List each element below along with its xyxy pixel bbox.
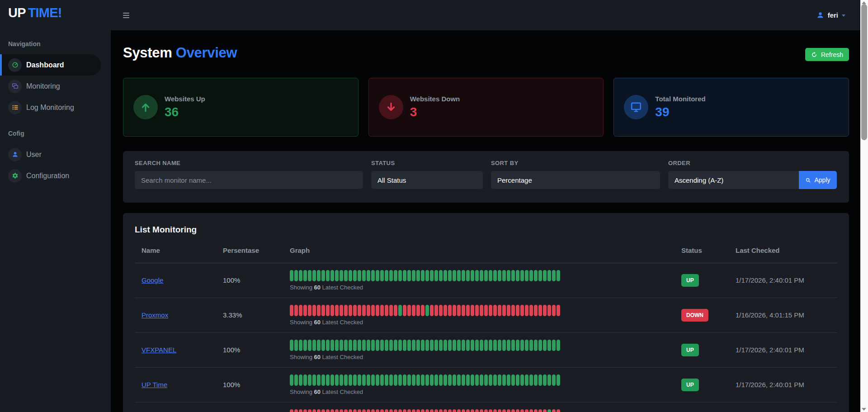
graph-bar — [389, 374, 393, 386]
last-checked: 1/17/2026, 2:40:01 PM — [736, 381, 804, 388]
graph-bar — [520, 270, 524, 281]
sidebar-item-log-monitoring[interactable]: Log Monitoring — [0, 97, 101, 118]
graph-bar — [303, 374, 307, 386]
scrollbar-down-arrow[interactable] — [862, 408, 866, 411]
monitor-name-link[interactable]: Proxmox — [142, 311, 168, 319]
table-row: VFXPANEL100%Showing 60 Latest CheckedUP1… — [135, 333, 837, 368]
graph-bar — [317, 340, 321, 351]
graph-bar — [525, 270, 528, 281]
brand-logo[interactable]: UPTIME! — [0, 0, 111, 20]
graph-bar — [534, 270, 538, 281]
graph-bar — [367, 270, 370, 281]
sidebar-item-configuration[interactable]: Configuration — [0, 165, 101, 186]
refresh-button[interactable]: Refresh — [805, 48, 849, 61]
graph-bar — [312, 340, 316, 351]
graph-bar — [520, 340, 524, 351]
refresh-icon — [811, 52, 817, 58]
sidebar: UPTIME! NavigationDashboardMonitoringLog… — [0, 0, 111, 412]
graph-bar — [511, 340, 515, 351]
graph-bar — [439, 270, 443, 281]
monitor-name-link[interactable]: VFXPANEL — [142, 346, 176, 354]
filter-status-group: STATUS All Status — [371, 160, 483, 194]
graph-bar — [362, 270, 366, 281]
graph-bar — [457, 340, 461, 351]
graph-bar — [507, 270, 510, 281]
graph-bar — [290, 340, 293, 351]
sort-select[interactable]: Percentage — [491, 171, 660, 189]
graph-bar — [349, 305, 352, 316]
order-select[interactable]: Ascending (A-Z) — [668, 171, 799, 189]
sidebar-item-user[interactable]: User — [0, 144, 101, 165]
graph-bar — [462, 270, 465, 281]
graph-bar — [430, 305, 434, 316]
graph-bar — [475, 409, 479, 412]
graph-bar — [498, 409, 501, 412]
graph-bar — [552, 270, 556, 281]
graph-bar — [448, 270, 452, 281]
table-row: Google100%Showing 60 Latest CheckedUP1/1… — [135, 263, 837, 298]
graph-bar — [299, 340, 302, 351]
graph-bar — [448, 374, 452, 386]
graph-bar — [529, 409, 533, 412]
sidebar-item-dashboard[interactable]: Dashboard — [0, 54, 101, 76]
graph-bar — [484, 340, 488, 351]
graph-bar — [457, 409, 461, 412]
stat-card-websites-down: Websites Down3 — [368, 78, 604, 137]
page-title-accent: Overview — [176, 45, 237, 61]
last-checked: 1/17/2026, 2:40:01 PM — [736, 346, 804, 354]
graph-bar — [380, 340, 384, 351]
graph-bar — [466, 305, 470, 316]
graph-bar — [358, 340, 361, 351]
status-select[interactable]: All Status — [371, 171, 483, 189]
monitor-name-link[interactable]: UP Time — [142, 381, 167, 388]
monitor-name-link[interactable]: Google — [142, 276, 163, 284]
graph-bar — [335, 374, 339, 386]
graph-bar — [516, 374, 519, 386]
user-menu[interactable]: feri — [816, 11, 845, 19]
page-title: System Overview — [123, 45, 237, 61]
graph-bar — [362, 305, 366, 316]
graph-bar — [371, 305, 375, 316]
search-icon — [805, 177, 811, 183]
graph-bar — [511, 305, 515, 316]
scrollbar[interactable] — [860, 0, 868, 412]
graph-bar — [385, 340, 388, 351]
graph-bar — [416, 409, 420, 412]
graph-bar — [484, 374, 488, 386]
graph-bar — [403, 409, 406, 412]
graph-bar — [462, 340, 465, 351]
graph-bar — [367, 340, 370, 351]
graph-bar — [308, 305, 311, 316]
graph-bar — [394, 305, 397, 316]
graph-bar — [412, 374, 415, 386]
graph-bar — [529, 305, 533, 316]
sidebar-item-monitoring[interactable]: Monitoring — [0, 76, 101, 97]
filter-sort-group: SORT BY Percentage — [491, 160, 660, 194]
graph-bar — [525, 409, 528, 412]
graph-bar — [335, 409, 339, 412]
graph-bar — [349, 340, 352, 351]
app-root: UPTIME! NavigationDashboardMonitoringLog… — [0, 0, 868, 412]
apply-button[interactable]: Apply — [799, 171, 837, 189]
graph-bar — [538, 374, 542, 386]
search-input[interactable] — [135, 171, 363, 189]
graph-bar — [448, 340, 452, 351]
last-checked: 1/16/2026, 4:01:15 PM — [736, 311, 804, 319]
monitor-percentage: 100% — [223, 276, 240, 284]
graph-bar — [425, 270, 429, 281]
graph-bar — [466, 270, 470, 281]
graph-bar — [294, 340, 298, 351]
menu-toggle-icon[interactable] — [123, 11, 129, 19]
column-header-name: Name — [135, 241, 216, 263]
graph-bar — [538, 409, 542, 412]
scrollbar-thumb[interactable] — [861, 4, 867, 140]
graph-bar — [484, 305, 488, 316]
graph-bar — [434, 374, 438, 386]
filter-panel: SEARCH NAME STATUS All Status SORT BY Pe… — [123, 151, 849, 203]
sidebar-item-label: Monitoring — [26, 82, 60, 90]
graph-bar — [303, 409, 307, 412]
graph-bar — [480, 340, 483, 351]
monitor-icon — [8, 80, 22, 93]
monitoring-table: NamePersentaseGraphStatusLast Checked Go… — [135, 241, 837, 412]
graph-bar — [493, 305, 497, 316]
